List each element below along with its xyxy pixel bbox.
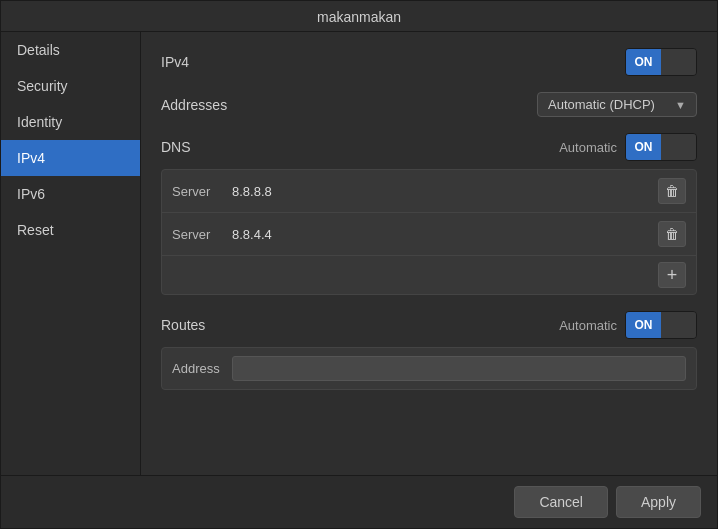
routes-toggle[interactable]: ON bbox=[625, 311, 697, 339]
delete-server-2-button[interactable]: 🗑 bbox=[658, 221, 686, 247]
main-content: IPv4 ON Addresses Automatic (DHCP) ▼ bbox=[141, 32, 717, 475]
routes-auto-label: Automatic bbox=[559, 318, 617, 333]
apply-button[interactable]: Apply bbox=[616, 486, 701, 518]
server-label-2: Server bbox=[172, 227, 232, 242]
routes-label: Routes bbox=[161, 317, 281, 333]
ipv4-toggle-off[interactable] bbox=[661, 49, 696, 75]
addresses-label: Addresses bbox=[161, 97, 281, 113]
footer: Cancel Apply bbox=[1, 475, 717, 528]
cancel-button[interactable]: Cancel bbox=[514, 486, 608, 518]
dns-right: Automatic ON bbox=[281, 133, 697, 161]
ipv4-row: IPv4 ON bbox=[161, 48, 697, 76]
ipv4-toggle-container: ON bbox=[281, 48, 697, 76]
server-row-2: Server 8.8.4.4 🗑 bbox=[162, 213, 696, 256]
delete-server-1-button[interactable]: 🗑 bbox=[658, 178, 686, 204]
server-row-1: Server 8.8.8.8 🗑 bbox=[162, 170, 696, 213]
routes-toggle-on[interactable]: ON bbox=[626, 312, 661, 338]
routes-right: Automatic ON bbox=[281, 311, 697, 339]
address-label: Address bbox=[172, 361, 232, 376]
dns-toggle-off[interactable] bbox=[661, 134, 696, 160]
addresses-right: Automatic (DHCP) ▼ bbox=[281, 92, 697, 117]
dns-header: DNS Automatic ON bbox=[161, 133, 697, 161]
sidebar-item-security[interactable]: Security bbox=[1, 68, 140, 104]
routes-toggle-off[interactable] bbox=[661, 312, 696, 338]
dns-label: DNS bbox=[161, 139, 281, 155]
routes-section: Routes Automatic ON Address bbox=[161, 311, 697, 390]
sidebar-item-ipv6[interactable]: IPv6 bbox=[1, 176, 140, 212]
dns-toggle[interactable]: ON bbox=[625, 133, 697, 161]
sidebar-item-identity[interactable]: Identity bbox=[1, 104, 140, 140]
addresses-row: Addresses Automatic (DHCP) ▼ bbox=[161, 92, 697, 117]
address-input[interactable] bbox=[232, 356, 686, 381]
dropdown-arrow-icon: ▼ bbox=[675, 99, 686, 111]
dns-toggle-on[interactable]: ON bbox=[626, 134, 661, 160]
sidebar-item-details[interactable]: Details bbox=[1, 32, 140, 68]
ipv4-label: IPv4 bbox=[161, 54, 281, 70]
server-label-1: Server bbox=[172, 184, 232, 199]
sidebar-item-reset[interactable]: Reset bbox=[1, 212, 140, 248]
address-box: Address bbox=[161, 347, 697, 390]
server-box: Server 8.8.8.8 🗑 Server 8.8.4.4 🗑 + bbox=[161, 169, 697, 295]
ipv4-toggle[interactable]: ON bbox=[625, 48, 697, 76]
sidebar-item-ipv4[interactable]: IPv4 bbox=[1, 140, 140, 176]
routes-header: Routes Automatic ON bbox=[161, 311, 697, 339]
dns-auto-label: Automatic bbox=[559, 140, 617, 155]
ipv4-toggle-on[interactable]: ON bbox=[626, 49, 661, 75]
addresses-dropdown[interactable]: Automatic (DHCP) ▼ bbox=[537, 92, 697, 117]
title-bar: makanmakan bbox=[1, 1, 717, 32]
server-value-2: 8.8.4.4 bbox=[232, 227, 658, 242]
add-server-button[interactable]: + bbox=[658, 262, 686, 288]
window-title: makanmakan bbox=[317, 9, 401, 25]
content-area: Details Security Identity IPv4 IPv6 Rese… bbox=[1, 32, 717, 475]
add-server-row: + bbox=[162, 256, 696, 294]
address-row: Address bbox=[162, 348, 696, 389]
sidebar: Details Security Identity IPv4 IPv6 Rese… bbox=[1, 32, 141, 475]
server-value-1: 8.8.8.8 bbox=[232, 184, 658, 199]
dialog: makanmakan Details Security Identity IPv… bbox=[0, 0, 718, 529]
dns-section: DNS Automatic ON Server 8.8.8.8 🗑 bbox=[161, 133, 697, 295]
